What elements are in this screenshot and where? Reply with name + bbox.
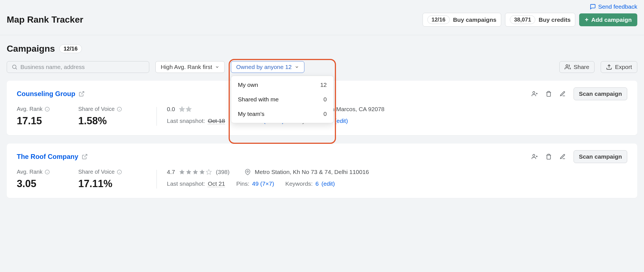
avg-rank-value: 3.05 (17, 178, 64, 190)
svg-marker-27 (186, 170, 191, 174)
snapshot-date[interactable]: Oct 21 (208, 180, 225, 187)
svg-line-16 (84, 154, 87, 157)
edit-icon[interactable] (560, 154, 566, 160)
add-campaign-button[interactable]: + Add campaign (579, 13, 637, 26)
share-people-icon (565, 64, 571, 70)
reviews-count: (398) (216, 169, 229, 175)
keywords-label: Keywords: (285, 180, 313, 187)
feedback-icon (590, 4, 596, 10)
export-button[interactable]: Export (601, 61, 637, 73)
pins-label: Pins: (236, 180, 249, 187)
avg-rank-label: Avg. Rank (17, 106, 42, 112)
add-user-icon[interactable] (532, 91, 538, 97)
svg-marker-26 (179, 170, 184, 174)
share-button[interactable]: Share (559, 61, 595, 73)
credits-badge: 38,071 (510, 15, 535, 24)
campaign-card: The Roof Company Scan campaign (7, 144, 637, 198)
info-icon[interactable] (117, 107, 122, 112)
sort-label: High Avg. Rank first (161, 64, 212, 70)
campaigns-usage-badge: 12/16 (427, 15, 450, 24)
owner-filter-label: Owned by anyone 12 (236, 64, 292, 70)
search-icon (11, 64, 18, 70)
owner-option-team[interactable]: My team's 0 (231, 107, 333, 121)
owner-dropdown-panel: My own 12 Shared with me 0 My team's 0 (231, 76, 334, 123)
scan-campaign-button[interactable]: Scan campaign (574, 87, 627, 100)
scan-campaign-button[interactable]: Scan campaign (574, 150, 627, 163)
svg-marker-30 (206, 170, 211, 174)
svg-line-4 (81, 92, 84, 94)
owner-option-my-own[interactable]: My own 12 (231, 78, 333, 92)
owner-filter-dropdown[interactable]: Owned by anyone 12 (231, 61, 304, 73)
send-feedback-label: Send feedback (598, 3, 637, 10)
last-snapshot-label: Last snapshot: (167, 180, 205, 187)
send-feedback-link[interactable]: Send feedback (590, 3, 637, 10)
search-input-wrap[interactable] (7, 61, 149, 73)
avg-rank-value: 17.15 (17, 115, 64, 127)
plus-icon: + (585, 16, 588, 23)
campaign-title-link[interactable]: The Roof Company (17, 153, 78, 161)
sov-value: 17.11% (78, 178, 142, 190)
keywords-value[interactable]: 6 (316, 180, 319, 187)
external-link-icon[interactable] (82, 154, 88, 160)
chevron-down-icon (215, 65, 219, 69)
rating-value: 0.0 (167, 106, 175, 113)
buy-campaigns-button[interactable]: 12/16 Buy campaigns (423, 13, 501, 27)
delete-icon[interactable] (546, 154, 552, 160)
keywords-edit-link[interactable]: (edit) (335, 118, 348, 124)
buy-credits-label: Buy credits (539, 16, 570, 23)
section-title: Campaigns (7, 44, 55, 54)
svg-marker-14 (179, 107, 184, 111)
delete-icon[interactable] (546, 91, 552, 97)
svg-line-1 (16, 68, 17, 69)
sov-value: 1.58% (78, 115, 142, 127)
snapshot-date[interactable]: Oct 18 (208, 118, 225, 124)
svg-point-31 (247, 171, 248, 172)
owner-option-shared[interactable]: Shared with me 0 (231, 92, 333, 107)
svg-point-17 (533, 154, 535, 156)
svg-point-5 (533, 92, 535, 94)
rating-value: 4.7 (167, 169, 175, 175)
page-title: Map Rank Tracker (7, 15, 83, 25)
export-icon (606, 64, 612, 70)
address-text: Metro Station, Kh No 73 & 74, Delhi 1100… (255, 169, 369, 175)
info-icon[interactable] (117, 170, 122, 175)
avg-rank-label: Avg. Rank (17, 169, 42, 175)
campaign-title-link[interactable]: Counseling Group (17, 90, 75, 98)
search-input[interactable] (20, 64, 145, 70)
share-label: Share (574, 64, 589, 70)
export-label: Export (615, 64, 632, 70)
svg-marker-15 (186, 107, 191, 111)
keywords-edit-link[interactable]: (edit) (321, 180, 335, 187)
star-rating (179, 106, 192, 112)
section-count-badge: 12/16 (59, 44, 82, 53)
pins-value[interactable]: 49 (7×7) (252, 180, 274, 187)
svg-marker-29 (200, 170, 205, 174)
add-campaign-label: Add campaign (591, 16, 632, 23)
chevron-down-icon (295, 65, 299, 69)
info-icon[interactable] (45, 107, 50, 112)
star-rating (179, 169, 212, 175)
svg-point-2 (566, 65, 568, 67)
sov-label: Share of Voice (78, 169, 115, 175)
svg-marker-28 (193, 170, 198, 174)
edit-icon[interactable] (560, 91, 566, 97)
add-user-icon[interactable] (532, 154, 538, 160)
info-icon[interactable] (45, 170, 50, 175)
last-snapshot-label: Last snapshot: (167, 118, 205, 124)
svg-point-0 (13, 65, 16, 69)
sov-label: Share of Voice (78, 106, 115, 112)
sort-dropdown[interactable]: High Avg. Rank first (155, 61, 225, 73)
external-link-icon[interactable] (79, 91, 85, 97)
buy-credits-button[interactable]: 38,071 Buy credits (505, 13, 576, 27)
buy-campaigns-label: Buy campaigns (453, 16, 496, 23)
map-pin-icon (245, 169, 251, 175)
